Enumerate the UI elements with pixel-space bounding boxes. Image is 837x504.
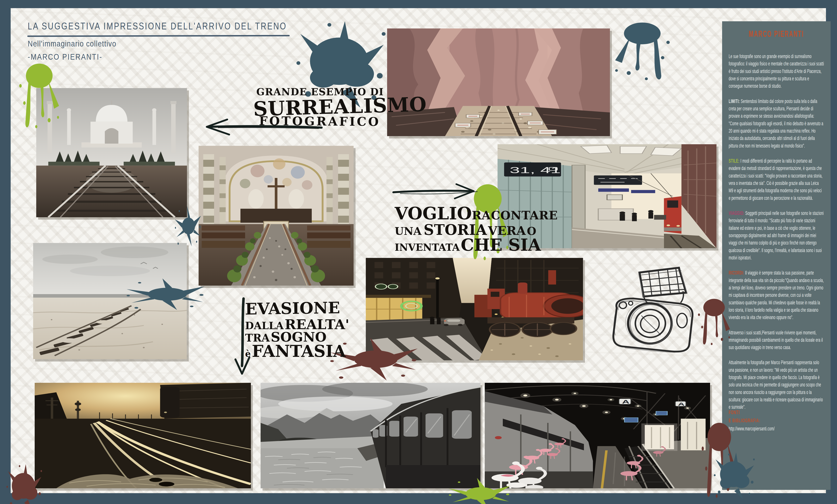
sidebar-panel: MARCO PIERANTI Le sue fotografie sono un… [722,21,831,490]
lake-train-photo [261,383,481,488]
sidebar-paragraph: Attualmente la fotografia per Marco Pier… [729,359,824,411]
page-title: LA SUGGESTIVA IMPRESSIONE DELL'ARRIVO DE… [28,20,287,32]
che-sia-word: CHE SIA [461,235,541,255]
church-railway-photo [199,146,354,285]
sidebar-paragraphs: Le sue fotografie sono un grande esempio… [729,53,824,411]
sidebar-paragraph: Attraverso i suoi scatti,Piersanti vuole… [729,329,824,351]
street-locomotive-photo [366,258,583,360]
sidebar-paragraph: LIMITI: Sentendosi limitato dal colore p… [729,98,824,149]
night-station-illustration: A A [485,383,710,488]
voglio-word: VOGLIO [395,203,472,223]
fonti-label-line2: E BIBLIOGRAFIA: [729,416,824,425]
sidebar-fonti-block: FONTI E BIBLIOGRAFIA: http://www.marcopi… [729,408,824,432]
taj-mahal-railway-photo [36,88,187,217]
sunset-railyard-photo [35,383,251,488]
platform-letter-sign-2: A [678,402,684,406]
fonti-label-line1: FONTI [729,408,824,416]
night-station-flamingos-photo: A A [485,383,710,488]
taj-mahal-illustration [36,88,187,217]
church-illustration [199,146,354,285]
sidebar-paragraph: STILE: I modi differenti di percepire la… [729,157,824,202]
fonti-url: http://www.marcopiersanti.com/ [729,426,824,432]
callout-voglio-line1: VOGLIORACONTARE [395,203,558,223]
camera-sketch-illustration [602,260,706,356]
camera-sketch [602,260,706,356]
sidebar-heading: MARCO PIERANTI [729,29,824,39]
sidebar-paragraph: RICORDI: Il viaggio è sempre stata la su… [729,269,824,321]
canyon-railway-photo [387,29,610,136]
e-word: è [245,349,251,359]
beach-illustration [33,243,187,359]
splatter-teal-top-right [608,19,676,83]
sidebar-paragraph: VIAGGIO: Soggetti principali nelle sue f… [729,209,824,261]
platform-sign-text: 31, 41 [510,165,561,175]
callout-evasione-line4: è FANTASIA [245,341,346,361]
poster-page: LA SUGGESTIVA IMPRESSIONE DELL'ARRIVO DE… [11,8,826,493]
fantasia-word: FANTASIA [252,341,346,361]
lake-train-illustration [261,383,481,488]
page-subtitle: Nell'immaginario collettivo [28,39,116,49]
inventata-word: INVENTATA [395,242,460,253]
beach-tracks-photo [33,243,187,359]
callout-evasione-line1: EVASIONE [245,298,340,318]
callout-voglio-line3: INVENTATA CHE SIA [395,235,541,255]
street-illustration [366,258,583,360]
platform-letter-sign: A [622,399,629,405]
sidebar-paragraph: Le sue fotografie sono un grande esempio… [729,53,824,90]
arrow-right-icon [392,181,483,201]
sunset-illustration [35,383,251,488]
page-author: -MARCO PIERANTI- [28,52,103,61]
racontare-word: RACONTARE [472,208,558,222]
arrow-left-icon [195,116,323,139]
title-underline [27,35,290,37]
canyon-illustration [387,29,610,136]
